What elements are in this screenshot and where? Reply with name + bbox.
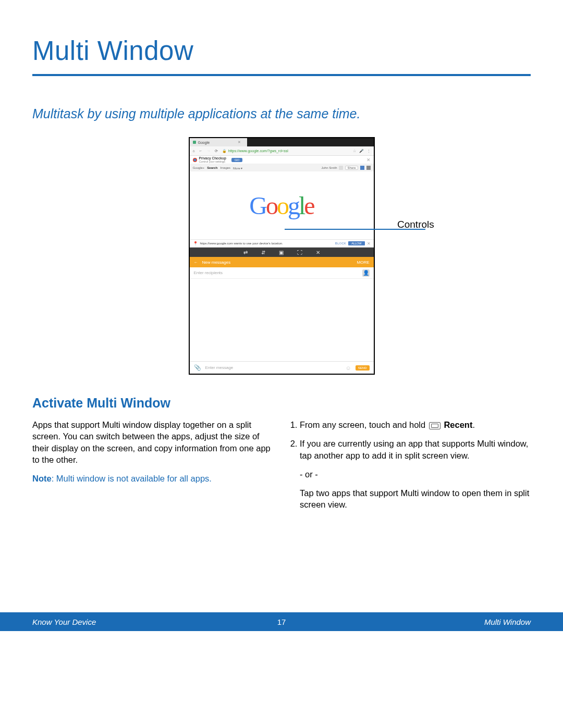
or-separator: - or - [300, 468, 531, 480]
go-button: GO [231, 158, 242, 162]
google-nav-bar: Google+ Search Images More ▾ John Smith … [190, 164, 374, 171]
privacy-subtitle: Control your settings [199, 160, 226, 163]
content-columns: Apps that support Multi window display t… [32, 419, 531, 518]
step-2: If you are currently using an app that s… [300, 438, 531, 510]
minimize-icon: ▣ [279, 250, 284, 255]
location-text: https://www.google.com wants to use your… [200, 242, 334, 245]
allow-button: ALLOW [348, 241, 364, 245]
nav-item: More ▾ [233, 166, 242, 170]
attachment-icon: 📎 [194, 364, 201, 371]
messages-header: ← New messages MORE [190, 257, 374, 267]
privacy-icon [193, 158, 197, 162]
messages-title: New messages [202, 260, 231, 265]
footer-right: Multi Window [484, 618, 531, 626]
multiwindow-controls-bar: ⇄ ⇵ ▣ ⛶ ✕ [190, 248, 374, 257]
location-permission-bar: 📍 https://www.google.com wants to use yo… [190, 239, 374, 248]
nav-item: Google+ [193, 166, 205, 170]
note-body: : Multi window is not available for all … [52, 474, 212, 483]
device-screenshot: Google ✕ ⌂ ← → ⟳ 🔒 https://www.google.co… [189, 137, 375, 375]
page-footer: Know Your Device 17 Multi Window [0, 612, 563, 631]
right-column: From any screen, touch and hold Recent. … [289, 419, 531, 518]
maximize-icon: ⛶ [297, 250, 302, 255]
page-subtitle: Multitask by using multiple applications… [32, 106, 531, 121]
tab-label: Google [198, 141, 210, 144]
nav-item-active: Search [207, 166, 217, 170]
nav-item: Images [220, 166, 230, 170]
user-name: John Smith [321, 166, 337, 169]
figure-area: Google ✕ ⌂ ← → ⟳ 🔒 https://www.google.co… [32, 137, 531, 375]
left-column: Apps that support Multi window display t… [32, 419, 274, 518]
privacy-checkup-bar: Privacy Checkup Control your settings GO… [190, 156, 374, 164]
note-paragraph: Note: Multi window is not available for … [32, 473, 274, 484]
browser-url-bar: ⌂ ← → ⟳ 🔒 https://www.google.com/?gws_rd… [190, 146, 374, 156]
browser-tab-bar: Google ✕ [190, 138, 374, 146]
menu-icon: ⋮ [367, 149, 371, 153]
back-icon: ← [199, 149, 203, 153]
drag-icon: ⇵ [261, 250, 265, 255]
footer-left: Know Your Device [32, 618, 96, 626]
favicon-icon [193, 141, 196, 144]
avatar-icon [339, 166, 343, 170]
section-heading: Activate Multi Window [32, 396, 531, 411]
note-prefix: Note [32, 474, 52, 483]
message-body-area [190, 279, 374, 361]
step-2b: Tap two apps that support Multi window t… [300, 488, 529, 509]
more-button: MORE [357, 260, 370, 265]
step-1: From any screen, touch and hold Recent. [300, 419, 531, 430]
back-icon: ← [194, 260, 198, 265]
steps-list: From any screen, touch and hold Recent. … [289, 419, 531, 511]
contact-icon: 👤 [362, 269, 370, 277]
pin-icon: 📍 [193, 241, 198, 246]
message-input-bar: 📎 Enter message ☺ SEND [190, 361, 374, 374]
footer-page-number: 17 [277, 618, 286, 626]
apps-icon [360, 166, 364, 170]
message-placeholder: Enter message [205, 365, 341, 370]
close-icon: ✕ [367, 241, 371, 246]
intro-paragraph: Apps that support Multi window display t… [32, 419, 274, 465]
title-divider [32, 74, 531, 76]
close-icon: ✕ [316, 250, 320, 255]
home-icon: ⌂ [193, 149, 195, 153]
emoji-icon: ☺ [346, 365, 351, 371]
block-button: BLOCK [335, 242, 346, 245]
star-icon: ☆ [353, 149, 356, 153]
browser-tab: Google ✕ [193, 140, 241, 144]
forward-icon: → [207, 149, 211, 153]
callout-label: Controls [397, 219, 434, 230]
recent-label: Recent [444, 420, 472, 429]
mic-icon: 🎤 [359, 149, 364, 153]
notification-icon [366, 166, 371, 170]
tab-close-icon: ✕ [238, 140, 241, 144]
swap-icon: ⇄ [243, 250, 248, 255]
page-title: Multi Window [32, 35, 531, 66]
recipients-placeholder: Enter recipients [194, 270, 223, 275]
privacy-title: Privacy Checkup [199, 156, 226, 160]
url-text: https://www.google.com/?gws_rd=ssl [228, 149, 288, 153]
send-button: SEND [356, 365, 370, 371]
google-logo: Google [249, 191, 313, 220]
share-button: Share [345, 166, 358, 170]
lock-icon: 🔒 [222, 149, 227, 153]
reload-icon: ⟳ [215, 149, 218, 153]
recent-icon [429, 422, 440, 429]
close-icon: ✕ [366, 157, 371, 163]
recipients-field: Enter recipients 👤 [190, 267, 374, 279]
